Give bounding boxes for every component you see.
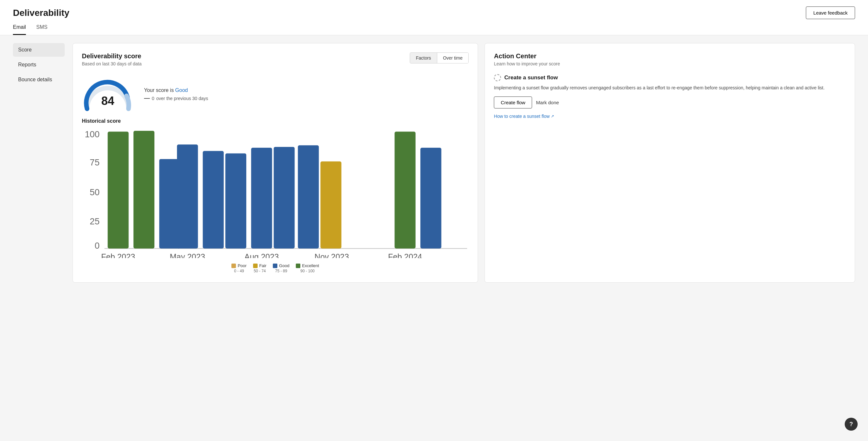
bar-chart-svg: 100 75 50 25 0 [82, 129, 469, 258]
action-item-description: Implementing a sunset flow gradually rem… [494, 85, 846, 91]
legend-excellent: Excellent 90 - 100 [296, 263, 319, 273]
action-card-title: Action Center [494, 53, 846, 60]
legend-poor: Poor 0 - 49 [231, 263, 246, 273]
score-change-value: 0 [152, 96, 154, 101]
svg-rect-14 [298, 145, 319, 249]
legend-fair-color [253, 264, 258, 268]
svg-text:0: 0 [95, 241, 100, 251]
legend-excellent-label: Excellent [302, 263, 319, 268]
toggle-over-time-button[interactable]: Over time [437, 53, 469, 63]
legend-poor-range: 0 - 49 [234, 269, 244, 273]
svg-text:Feb 2024: Feb 2024 [388, 252, 422, 258]
svg-rect-7 [133, 131, 154, 249]
sidebar-item-bounce-details[interactable]: Bounce details [13, 73, 65, 86]
score-card: Deliverability score Based on last 30 da… [72, 43, 478, 283]
sidebar-item-score[interactable]: Score [13, 43, 65, 57]
score-is-label: Your score is Good [144, 87, 208, 93]
svg-rect-11 [225, 153, 246, 249]
svg-text:75: 75 [90, 157, 99, 168]
sidebar-item-reports[interactable]: Reports [13, 58, 65, 71]
help-button[interactable]: ? [845, 418, 858, 431]
legend-fair-label: Fair [259, 263, 266, 268]
historical-chart-title: Historical score [82, 118, 469, 124]
legend-excellent-color [296, 264, 300, 268]
svg-rect-9 [177, 144, 198, 248]
score-change-row: 0 over the previous 30 days [144, 96, 208, 101]
svg-text:25: 25 [90, 216, 99, 226]
legend-good-label: Good [279, 263, 289, 268]
action-card: Action Center Learn how to improve your … [485, 43, 855, 283]
svg-rect-10 [203, 151, 224, 248]
svg-text:Nov 2023: Nov 2023 [315, 252, 349, 258]
chart-area: 100 75 50 25 0 [82, 129, 469, 273]
svg-text:Feb 2023: Feb 2023 [101, 252, 135, 258]
legend-poor-color [231, 264, 236, 268]
mark-done-button[interactable]: Mark done [536, 100, 559, 105]
action-item-title-row: Create a sunset flow [494, 74, 846, 81]
gauge-container: 84 [82, 78, 134, 110]
score-rating: Good [175, 87, 188, 93]
score-change-dash [144, 98, 150, 99]
action-card-subtitle: Learn how to improve your score [494, 61, 846, 66]
svg-text:Aug 2023: Aug 2023 [244, 252, 279, 258]
svg-rect-6 [108, 131, 129, 248]
toggle-factors-button[interactable]: Factors [410, 53, 437, 63]
page-title: Deliverability [13, 8, 69, 18]
sidebar: Score Reports Bounce details [13, 43, 65, 283]
legend-excellent-range: 90 - 100 [300, 269, 315, 273]
legend-poor-label: Poor [238, 263, 246, 268]
svg-text:May 2023: May 2023 [170, 252, 205, 258]
tab-email[interactable]: Email [13, 24, 26, 35]
content-area: Deliverability score Based on last 30 da… [72, 43, 855, 283]
legend-good-color [273, 264, 277, 268]
legend-good: Good 75 - 89 [273, 263, 289, 273]
score-change-label: over the previous 30 days [156, 96, 208, 101]
svg-text:50: 50 [90, 187, 99, 197]
how-to-link-text: How to create a sunset flow [494, 114, 550, 119]
svg-rect-17 [421, 148, 441, 248]
create-flow-button[interactable]: Create flow [494, 96, 532, 109]
svg-rect-13 [274, 147, 295, 249]
external-link-icon: ↗ [551, 114, 554, 118]
tab-bar: Email SMS [13, 24, 855, 35]
action-card-header: Action Center Learn how to improve your … [494, 53, 846, 66]
how-to-link[interactable]: How to create a sunset flow ↗ [494, 114, 846, 119]
action-item-title-text: Create a sunset flow [504, 75, 558, 81]
action-status-icon [494, 74, 501, 81]
gauge-score-number: 84 [101, 94, 114, 108]
leave-feedback-button[interactable]: Leave feedback [806, 6, 855, 19]
score-toggle-group: Factors Over time [410, 53, 469, 63]
score-card-subtitle: Based on last 30 days of data [82, 61, 142, 66]
action-buttons-row: Create flow Mark done [494, 96, 846, 109]
svg-rect-12 [251, 148, 272, 248]
svg-text:100: 100 [85, 129, 100, 139]
tab-sms[interactable]: SMS [36, 24, 48, 35]
action-item-sunset: Create a sunset flow Implementing a suns… [494, 74, 846, 119]
legend-good-range: 75 - 89 [275, 269, 287, 273]
legend-fair: Fair 50 - 74 [253, 263, 266, 273]
chart-legend: Poor 0 - 49 Fair 50 - 74 [82, 263, 469, 273]
score-info: Your score is Good 0 over the previous 3… [144, 87, 208, 101]
legend-fair-range: 50 - 74 [254, 269, 266, 273]
svg-rect-16 [395, 131, 415, 248]
score-card-title: Deliverability score [82, 53, 142, 60]
main-layout: Score Reports Bounce details Deliverabil… [0, 35, 868, 290]
svg-rect-15 [320, 161, 341, 249]
header: Deliverability Leave feedback Email SMS [0, 0, 868, 35]
